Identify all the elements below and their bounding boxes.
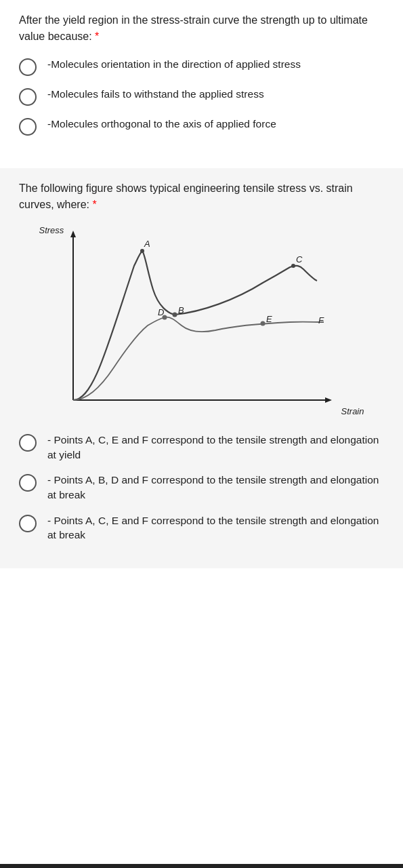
option-row-2[interactable]: -Molecules fails to withstand the applie… [19,87,384,106]
asterisk-1: * [95,31,99,42]
question-1-text: After the yield region in the stress-str… [19,14,368,42]
strain-label: Strain [341,406,364,416]
section-1: After the yield region in the stress-str… [0,0,403,161]
option-row-5[interactable]: - Points A, B, D and F correspond to the… [19,473,384,502]
option-row-3[interactable]: -Molecules orthogonal to the axis of app… [19,117,384,136]
option-row-1[interactable]: -Molecules orientation in the direction … [19,57,384,76]
option-text-1: -Molecules orientation in the direction … [47,57,301,72]
radio-6[interactable] [19,515,37,532]
option-row-4[interactable]: - Points A, C, E and F correspond to the… [19,433,384,462]
section-2: The following figure shows typical engin… [0,168,403,568]
radio-1[interactable] [19,58,37,76]
chart-svg: A B C D E F [39,225,351,422]
option-row-6[interactable]: - Points A, C, E and F correspond to the… [19,513,384,542]
svg-text:C: C [296,254,303,264]
option-text-3: -Molecules orthogonal to the axis of app… [47,117,276,132]
svg-point-4 [140,249,144,253]
option-text-2: -Molecules fails to withstand the applie… [47,87,264,102]
svg-text:F: F [318,315,324,326]
bottom-bar [0,864,403,868]
asterisk-2: * [93,199,97,210]
svg-marker-1 [70,231,76,237]
stress-strain-chart: Stress A B [39,225,364,429]
question-2-text: The following figure shows typical engin… [19,182,353,210]
svg-point-12 [260,321,265,326]
option-text-5: - Points A, B, D and F correspond to the… [47,473,384,502]
radio-5[interactable] [19,474,37,492]
svg-text:A: A [144,239,150,249]
svg-point-6 [172,313,177,317]
svg-text:E: E [266,314,272,324]
option-text-6: - Points A, C, E and F correspond to the… [47,513,384,542]
svg-marker-3 [325,397,332,403]
svg-point-8 [291,264,295,268]
svg-text:D: D [158,307,164,317]
page: After the yield region in the stress-str… [0,0,403,868]
svg-text:B: B [178,305,184,315]
radio-3[interactable] [19,118,37,136]
option-text-4: - Points A, C, E and F correspond to the… [47,433,384,462]
radio-4[interactable] [19,434,37,452]
question-1: After the yield region in the stress-str… [19,12,384,45]
question-2: The following figure shows typical engin… [19,180,384,213]
radio-2[interactable] [19,88,37,106]
